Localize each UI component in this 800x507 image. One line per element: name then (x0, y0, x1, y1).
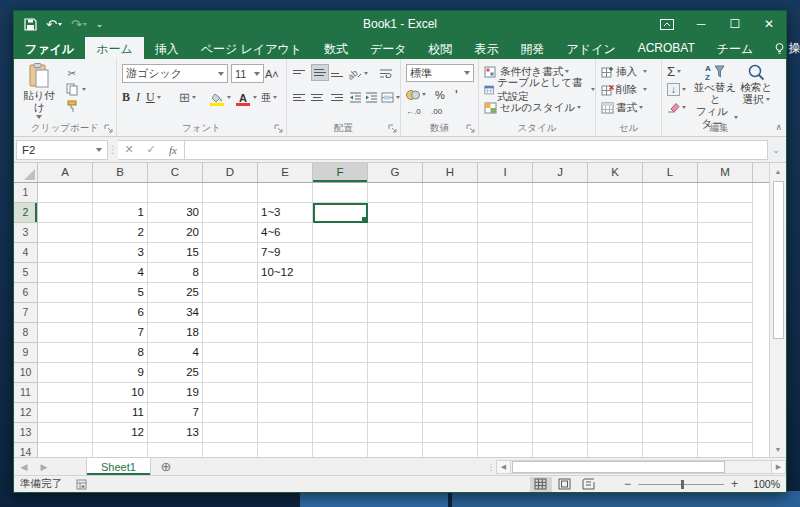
cell-E8[interactable] (258, 323, 313, 343)
cell-G12[interactable] (368, 403, 423, 423)
ribbon-tab-7[interactable]: 表示 (464, 37, 510, 59)
cell-F7[interactable] (313, 303, 368, 323)
format-cells-button[interactable]: 書式 (601, 99, 643, 116)
cell-I10[interactable] (478, 363, 533, 383)
cell-H11[interactable] (423, 383, 478, 403)
cell-G14[interactable] (368, 443, 423, 457)
scroll-right-button[interactable]: ▶ (771, 460, 786, 474)
cell-H2[interactable] (423, 203, 478, 223)
cell-M7[interactable] (698, 303, 753, 323)
cell-H3[interactable] (423, 223, 478, 243)
font-size-select[interactable]: 11 (231, 64, 264, 83)
column-header-M[interactable]: M (698, 163, 753, 182)
cell-D6[interactable] (203, 283, 258, 303)
cell-C1[interactable] (148, 183, 203, 203)
cell-B13[interactable]: 12 (93, 423, 148, 443)
align-right-button[interactable] (331, 89, 343, 106)
cell-E10[interactable] (258, 363, 313, 383)
cell-F14[interactable] (313, 443, 368, 457)
cell-J4[interactable] (533, 243, 588, 263)
cell-C13[interactable]: 13 (148, 423, 203, 443)
cell-G5[interactable] (368, 263, 423, 283)
cell-A14[interactable] (38, 443, 93, 457)
delete-cells-button[interactable]: 削除 (601, 81, 647, 98)
cell-I11[interactable] (478, 383, 533, 403)
cell-J9[interactable] (533, 343, 588, 363)
comma-style-button[interactable]: ' (455, 86, 458, 103)
scroll-down-button[interactable]: ▼ (770, 441, 786, 457)
cell-B10[interactable]: 9 (93, 363, 148, 383)
cell-E5[interactable]: 10~12 (258, 263, 313, 283)
name-box[interactable]: F2 (16, 140, 108, 160)
cell-F9[interactable] (313, 343, 368, 363)
cell-I4[interactable] (478, 243, 533, 263)
zoom-in-button[interactable]: + (731, 477, 738, 491)
cell-M11[interactable] (698, 383, 753, 403)
cell-C7[interactable]: 34 (148, 303, 203, 323)
ribbon-tab-4[interactable]: 数式 (313, 37, 359, 59)
ribbon-tab-10[interactable]: ACROBAT (627, 37, 706, 59)
decrease-decimal-button[interactable]: .00 (431, 103, 442, 120)
cell-M8[interactable] (698, 323, 753, 343)
undo-button[interactable]: ↶ (46, 17, 62, 32)
cell-J8[interactable] (533, 323, 588, 343)
cell-C14[interactable] (148, 443, 203, 457)
increase-indent-button[interactable] (365, 89, 378, 106)
cell-B4[interactable]: 3 (93, 243, 148, 263)
cell-C10[interactable]: 25 (148, 363, 203, 383)
align-bottom-button[interactable] (331, 65, 343, 82)
cell-E3[interactable]: 4~6 (258, 223, 313, 243)
cell-G2[interactable] (368, 203, 423, 223)
cell-E6[interactable] (258, 283, 313, 303)
cell-K7[interactable] (588, 303, 643, 323)
column-header-E[interactable]: E (258, 163, 313, 182)
close-button[interactable]: ✕ (752, 11, 786, 37)
cell-J6[interactable] (533, 283, 588, 303)
row-header-8[interactable]: 8 (14, 323, 38, 343)
expand-formula-bar-button[interactable]: ⌄ (768, 145, 784, 155)
alignment-dialog-launcher[interactable] (388, 124, 398, 134)
cell-B6[interactable]: 5 (93, 283, 148, 303)
row-header-14[interactable]: 14 (14, 443, 38, 457)
cell-K1[interactable] (588, 183, 643, 203)
row-header-12[interactable]: 12 (14, 403, 38, 423)
cell-L7[interactable] (643, 303, 698, 323)
cell-H8[interactable] (423, 323, 478, 343)
column-header-C[interactable]: C (148, 163, 203, 182)
cell-D8[interactable] (203, 323, 258, 343)
cell-B12[interactable]: 11 (93, 403, 148, 423)
accounting-format-button[interactable] (406, 86, 426, 103)
cell-G3[interactable] (368, 223, 423, 243)
insert-cells-button[interactable]: 挿入 (601, 63, 647, 80)
increase-decimal-button[interactable]: ←.0 (406, 103, 421, 120)
cell-E14[interactable] (258, 443, 313, 457)
column-header-A[interactable]: A (38, 163, 93, 182)
borders-button[interactable]: ⊞ (179, 89, 196, 106)
cell-K13[interactable] (588, 423, 643, 443)
cell-F13[interactable] (313, 423, 368, 443)
font-name-select[interactable]: 游ゴシック (122, 64, 228, 83)
column-header-H[interactable]: H (423, 163, 478, 182)
cell-A6[interactable] (38, 283, 93, 303)
cell-A11[interactable] (38, 383, 93, 403)
cancel-entry-button[interactable]: ✕ (118, 143, 140, 156)
cell-C5[interactable]: 8 (148, 263, 203, 283)
cell-C3[interactable]: 20 (148, 223, 203, 243)
cell-L2[interactable] (643, 203, 698, 223)
minimize-button[interactable]: ─ (684, 11, 718, 37)
cell-L12[interactable] (643, 403, 698, 423)
font-color-button[interactable]: A (235, 89, 257, 106)
cell-A1[interactable] (38, 183, 93, 203)
cell-G4[interactable] (368, 243, 423, 263)
collapse-ribbon-button[interactable]: ∧ (775, 122, 782, 132)
merge-center-button[interactable] (381, 89, 400, 106)
insert-function-button[interactable]: fx (162, 144, 184, 156)
cell-F1[interactable] (313, 183, 368, 203)
cell-J12[interactable] (533, 403, 588, 423)
cell-G11[interactable] (368, 383, 423, 403)
cell-D9[interactable] (203, 343, 258, 363)
cell-B14[interactable] (93, 443, 148, 457)
cell-E13[interactable] (258, 423, 313, 443)
cell-A10[interactable] (38, 363, 93, 383)
cell-G10[interactable] (368, 363, 423, 383)
